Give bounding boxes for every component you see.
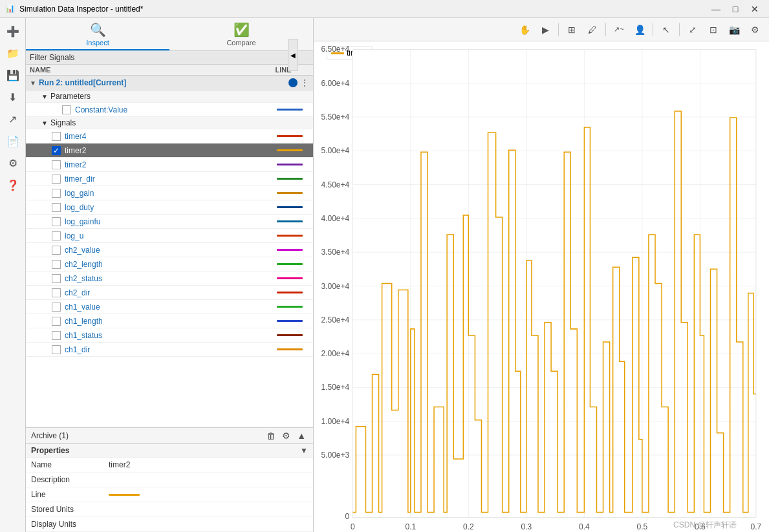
signal-checkbox-ch2-length[interactable]: [52, 260, 61, 269]
signal-line-ch1-status: [277, 334, 303, 336]
signal-line-timer2b: [277, 164, 303, 165]
signal-checkbox-log-gain[interactable]: [52, 189, 61, 198]
signal-name-ch1-length: ch1_length: [65, 317, 277, 326]
params-expand-arrow[interactable]: ▼: [41, 93, 48, 100]
signal-checkbox-log-duty[interactable]: [52, 203, 61, 212]
col-line-header: LINE: [257, 66, 309, 74]
signal-row-log-gain[interactable]: log_gain: [26, 186, 313, 200]
signal-row-ch2-dir[interactable]: ch2_dir: [26, 286, 313, 300]
signal-row-ch2-value[interactable]: ch2_value: [26, 243, 313, 257]
signal-checkbox-timer2b[interactable]: [52, 160, 61, 169]
signal-checkbox-ch2-dir[interactable]: [52, 288, 61, 297]
toolbar-screenshot-button[interactable]: 📷: [725, 21, 743, 38]
run-menu-button[interactable]: ⋮: [300, 78, 309, 88]
sidebar-settings-button[interactable]: ⚙: [3, 153, 23, 173]
parameters-group-header[interactable]: ▼ Parameters: [26, 90, 313, 103]
toolbar-pan-button[interactable]: ✋: [515, 21, 534, 38]
signal-line-ch2-value: [277, 249, 303, 251]
sidebar-download-button[interactable]: ⬇: [3, 87, 23, 107]
sidebar-document-button[interactable]: 📄: [3, 131, 23, 151]
signal-checkbox-timer4[interactable]: [52, 132, 61, 141]
minimize-button[interactable]: —: [707, 3, 725, 16]
panel-collapse-button[interactable]: ◀: [288, 39, 298, 71]
signal-row-log-gainfu[interactable]: log_gainfu: [26, 215, 313, 229]
tab-inspect[interactable]: 🔍 Inspect: [26, 18, 169, 50]
archive-delete-button[interactable]: 🗑: [265, 431, 277, 441]
properties-header: Properties ▼: [26, 444, 313, 458]
signal-row-ch2-length[interactable]: ch2_length: [26, 257, 313, 271]
signal-row-ch1-length[interactable]: ch1_length: [26, 314, 313, 328]
signal-row-ch1-dir[interactable]: ch1_dir: [26, 343, 313, 357]
signal-checkbox-log-gainfu[interactable]: [52, 217, 61, 226]
signal-checkbox-log-u[interactable]: [52, 231, 61, 240]
signal-checkbox-timer2-selected[interactable]: ✓: [52, 146, 61, 155]
prop-row-name: Name timer2: [26, 458, 313, 473]
toolbar-layout-button[interactable]: ⊞: [563, 21, 581, 38]
signal-row-ch1-value[interactable]: ch1_value: [26, 300, 313, 314]
prop-label-description: Description: [31, 475, 109, 484]
sidebar-save-button[interactable]: 💾: [3, 65, 23, 85]
filter-row: Filter Signals: [26, 51, 313, 65]
toolbar-settings-button[interactable]: ⚙: [746, 21, 764, 38]
toolbar-zoom-button[interactable]: ⤢: [684, 21, 702, 38]
toolbar-style-button[interactable]: 🖊: [583, 21, 601, 38]
svg-text:5.00e+3: 5.00e+3: [321, 451, 349, 460]
signal-name-log-duty: log_duty: [65, 203, 277, 212]
run-header[interactable]: ▼ Run 2: untitled[Current] ⋮: [26, 76, 313, 90]
signal-checkbox-timer-dir[interactable]: [52, 175, 61, 184]
svg-text:0.3: 0.3: [521, 522, 532, 531]
signal-row-log-duty[interactable]: log_duty: [26, 200, 313, 215]
properties-label: Properties: [31, 446, 300, 455]
toolbar-sep-1: [558, 23, 559, 36]
archive-title: Archive (1): [31, 431, 265, 440]
svg-text:0: 0: [351, 522, 355, 531]
archive-settings-button[interactable]: ⚙: [280, 431, 292, 441]
signal-name-timer2-selected: timer2: [65, 146, 277, 155]
sidebar-share-button[interactable]: ↗: [3, 109, 23, 129]
signal-row-timer2-selected[interactable]: ✓ timer2: [26, 144, 313, 158]
toolbar-cursor-button[interactable]: ↗~: [610, 21, 628, 38]
toolbar-person-button[interactable]: 👤: [631, 21, 649, 38]
signal-row-timer2b[interactable]: timer2: [26, 158, 313, 172]
prop-value-name: timer2: [109, 460, 308, 469]
signal-row-ch1-status[interactable]: ch1_status: [26, 328, 313, 343]
sidebar-folder-button[interactable]: 📁: [3, 43, 23, 63]
properties-chevron-icon[interactable]: ▼: [300, 446, 308, 455]
svg-text:2.50e+4: 2.50e+4: [321, 315, 349, 325]
inspect-icon: 🔍: [90, 22, 106, 37]
maximize-button[interactable]: □: [726, 3, 744, 16]
close-button[interactable]: ✕: [746, 3, 764, 16]
signal-list[interactable]: ▼ Run 2: untitled[Current] ⋮ ▼ Parameter…: [26, 76, 313, 427]
archive-collapse-button[interactable]: ▲: [295, 431, 308, 441]
signal-checkbox-ch1-value[interactable]: [52, 303, 61, 312]
sidebar-add-button[interactable]: ➕: [3, 21, 23, 41]
svg-text:4.50e+4: 4.50e+4: [321, 180, 349, 189]
prop-label-stored-units: Stored Units: [31, 505, 109, 514]
signal-row-ch2-status[interactable]: ch2_status: [26, 271, 313, 286]
toolbar-fit-button[interactable]: ⊡: [704, 21, 722, 38]
signal-checkbox-ch1-status[interactable]: [52, 331, 61, 340]
run-collapse-arrow[interactable]: ▼: [30, 80, 36, 87]
signal-checkbox-ch2-status[interactable]: [52, 274, 61, 283]
signal-name-ch1-dir: ch1_dir: [65, 345, 277, 354]
signal-row-timer4[interactable]: timer4: [26, 129, 313, 144]
plot-area[interactable]: timer2: [314, 41, 769, 532]
toolbar-play-button[interactable]: ▶: [536, 21, 554, 38]
param-checkbox-constant[interactable]: [62, 105, 71, 114]
signals-expand-arrow[interactable]: ▼: [41, 120, 48, 127]
signals-group-header[interactable]: ▼ Signals: [26, 117, 313, 129]
signal-checkbox-ch1-length[interactable]: [52, 317, 61, 326]
signal-row-log-u[interactable]: log_u: [26, 229, 313, 243]
signal-row-timer-dir[interactable]: timer_dir: [26, 172, 313, 186]
signal-line-ch2-status: [277, 277, 303, 279]
param-row-constant[interactable]: Constant:Value: [26, 103, 313, 117]
sidebar-help-button[interactable]: ❓: [3, 175, 23, 195]
signal-checkbox-ch1-dir[interactable]: [52, 345, 61, 354]
window-controls: — □ ✕: [707, 3, 764, 16]
col-name-header: NAME: [30, 66, 257, 74]
signal-checkbox-ch2-value[interactable]: [52, 246, 61, 255]
toolbar-pointer-button[interactable]: ↖: [657, 21, 675, 38]
signal-line-timer-dir: [277, 178, 303, 180]
prop-label-line: Line: [31, 490, 109, 499]
archive-header: Archive (1) 🗑 ⚙ ▲: [26, 428, 313, 444]
